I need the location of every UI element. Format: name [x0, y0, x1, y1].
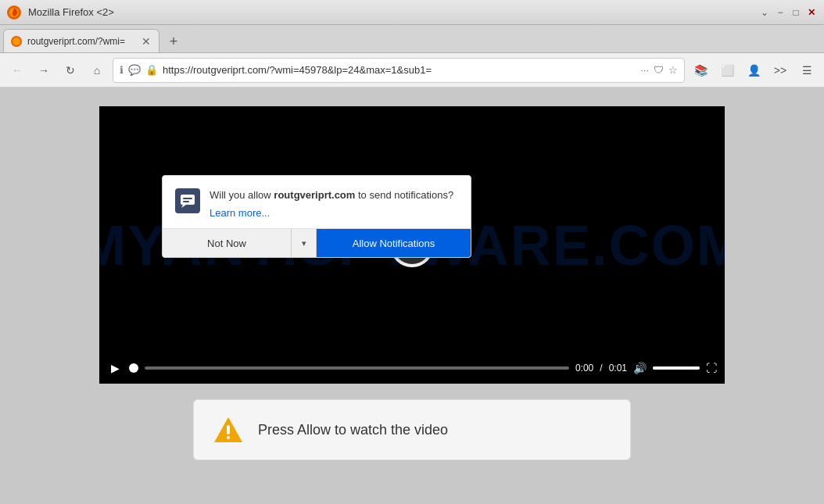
- volume-button[interactable]: 🔊: [633, 362, 647, 374]
- svg-rect-10: [227, 425, 230, 434]
- active-tab[interactable]: routgveriprt.com/?wmi= ✕: [3, 29, 159, 52]
- svg-marker-5: [181, 205, 186, 208]
- extensions-button[interactable]: >>: [769, 59, 791, 81]
- sidebar-button[interactable]: ⬜: [716, 59, 738, 81]
- reload-button[interactable]: ↻: [59, 59, 81, 81]
- back-button[interactable]: ←: [6, 59, 28, 81]
- more-options-button[interactable]: ···: [640, 64, 649, 76]
- new-tab-button[interactable]: +: [163, 30, 185, 52]
- notification-actions: Not Now ▾ Allow Notifications: [163, 228, 471, 257]
- tab-favicon-icon: [10, 35, 23, 48]
- svg-rect-4: [181, 195, 195, 205]
- maximize-button[interactable]: □: [790, 6, 802, 19]
- home-button[interactable]: ⌂: [86, 59, 108, 81]
- info-icon: ℹ: [120, 64, 124, 76]
- warning-triangle-icon: [213, 414, 244, 445]
- press-allow-banner: Press Allow to watch the video: [193, 399, 631, 460]
- title-bar-left: Mozilla Firefox <2>: [6, 5, 114, 20]
- bookmark-icon[interactable]: ☆: [668, 64, 678, 76]
- url-text: https://routgveriprt.com/?wmi=45978&lp=2…: [163, 64, 636, 76]
- shield-icon[interactable]: 🛡: [654, 64, 664, 76]
- volume-slider[interactable]: [653, 366, 700, 370]
- tab-close-button[interactable]: ✕: [140, 35, 152, 48]
- svg-rect-7: [183, 201, 189, 202]
- firefox-logo-icon: [6, 5, 22, 20]
- nav-bar: ← → ↻ ⌂ ℹ 💬 🔒 https://routgveriprt.com/?…: [0, 53, 824, 88]
- not-now-label: Not Now: [163, 238, 291, 249]
- library-button[interactable]: 📚: [690, 59, 711, 81]
- chat-bubble-icon: [179, 192, 196, 209]
- notification-text: Will you allow routgveriprt.com to send …: [210, 188, 458, 219]
- secure-icon: 🔒: [145, 64, 158, 76]
- dropdown-arrow-icon: ▾: [302, 238, 306, 248]
- chat-icon: 💬: [128, 64, 141, 76]
- notification-prefix: Will you allow: [210, 189, 274, 201]
- video-total-time: 0:01: [609, 363, 627, 374]
- notification-body: Will you allow routgveriprt.com to send …: [163, 176, 471, 228]
- warning-icon: [213, 414, 244, 445]
- notification-message-icon: [175, 188, 200, 213]
- notification-suffix: to send notifications?: [355, 189, 453, 201]
- video-current-time: 0:00: [575, 363, 593, 374]
- browser-content: Will you allow routgveriprt.com to send …: [0, 88, 824, 504]
- svg-point-3: [13, 38, 20, 45]
- down-arrow-btn[interactable]: ⌄: [758, 6, 771, 19]
- video-progress-bar[interactable]: [145, 366, 569, 370]
- forward-button[interactable]: →: [33, 59, 55, 81]
- notification-popup: Will you allow routgveriprt.com to send …: [162, 175, 471, 258]
- video-time-separator: /: [600, 363, 602, 374]
- address-bar-actions: ··· 🛡 ☆: [640, 64, 678, 76]
- not-now-dropdown-button[interactable]: ▾: [292, 229, 317, 257]
- minimize-button[interactable]: −: [774, 6, 786, 19]
- svg-rect-6: [183, 198, 192, 199]
- video-controls: ▶ 0:00 / 0:01 🔊 ⛶: [99, 352, 725, 384]
- not-now-button[interactable]: Not Now: [163, 229, 292, 257]
- tab-bar: routgveriprt.com/?wmi= ✕ +: [0, 25, 824, 53]
- notification-site: routgveriprt.com: [274, 189, 355, 201]
- address-bar[interactable]: ℹ 💬 🔒 https://routgveriprt.com/?wmi=4597…: [113, 58, 685, 83]
- close-button[interactable]: ✕: [805, 6, 818, 19]
- allow-notifications-button[interactable]: Allow Notifications: [317, 229, 471, 257]
- press-allow-text: Press Allow to watch the video: [258, 422, 448, 438]
- title-bar: Mozilla Firefox <2> ⌄ − □ ✕: [0, 0, 824, 25]
- notification-message: Will you allow routgveriprt.com to send …: [210, 188, 458, 202]
- video-play-button[interactable]: ▶: [107, 362, 123, 374]
- menu-button[interactable]: ☰: [796, 59, 818, 81]
- volume-fill: [653, 366, 700, 370]
- account-button[interactable]: 👤: [743, 59, 765, 81]
- tab-title: routgveriprt.com/?wmi=: [27, 36, 135, 47]
- window-title: Mozilla Firefox <2>: [28, 6, 114, 18]
- video-progress-dot: [129, 363, 138, 373]
- svg-rect-11: [227, 436, 230, 439]
- learn-more-link[interactable]: Learn more...: [210, 207, 458, 219]
- title-bar-controls: ⌄ − □ ✕: [758, 6, 818, 19]
- fullscreen-button[interactable]: ⛶: [706, 362, 717, 374]
